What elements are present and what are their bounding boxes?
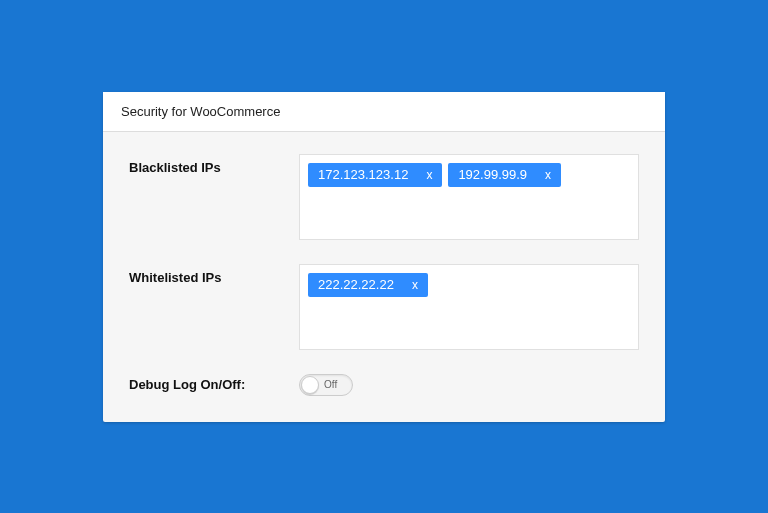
ip-tag: 222.22.22.22 x — [308, 273, 428, 297]
whitelist-label: Whitelisted IPs — [129, 264, 299, 350]
ip-tag-text: 222.22.22.22 — [318, 276, 394, 294]
toggle-state-text: Off — [324, 379, 337, 390]
panel-title: Security for WooCommerce — [103, 92, 665, 132]
toggle-knob — [301, 376, 319, 394]
debug-toggle[interactable]: Off — [299, 374, 353, 396]
blacklist-input[interactable]: 172.123.123.12 x 192.99.99.9 x — [299, 154, 639, 240]
debug-label: Debug Log On/Off: — [129, 377, 299, 392]
remove-icon[interactable]: x — [408, 276, 422, 294]
ip-tag-text: 172.123.123.12 — [318, 166, 408, 184]
debug-row: Debug Log On/Off: Off — [129, 374, 639, 396]
blacklist-label: Blacklisted IPs — [129, 154, 299, 240]
panel-body: Blacklisted IPs 172.123.123.12 x 192.99.… — [103, 132, 665, 422]
settings-panel: Security for WooCommerce Blacklisted IPs… — [103, 92, 665, 422]
ip-tag: 172.123.123.12 x — [308, 163, 442, 187]
blacklist-row: Blacklisted IPs 172.123.123.12 x 192.99.… — [129, 154, 639, 240]
ip-tag-text: 192.99.99.9 — [458, 166, 527, 184]
ip-tag: 192.99.99.9 x — [448, 163, 561, 187]
whitelist-row: Whitelisted IPs 222.22.22.22 x — [129, 264, 639, 350]
remove-icon[interactable]: x — [541, 166, 555, 184]
remove-icon[interactable]: x — [422, 166, 436, 184]
whitelist-input[interactable]: 222.22.22.22 x — [299, 264, 639, 350]
